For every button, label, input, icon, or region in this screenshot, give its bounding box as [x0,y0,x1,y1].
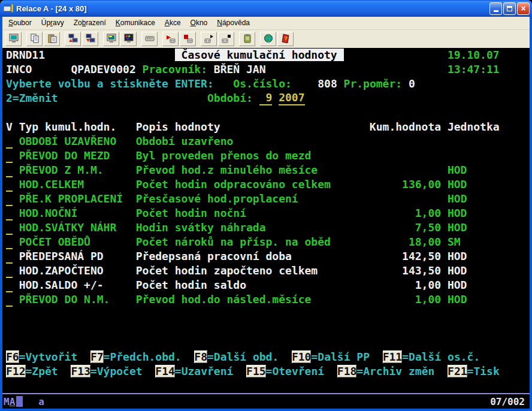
period-month-field[interactable]: 9 [259,91,273,105]
option-field[interactable] [6,220,13,235]
option-field[interactable] [6,177,13,192]
oia-left-indicators: MA a [2,396,44,407]
terminal-row: INCO QPADEV0002 Pracovník: BŘEŇ JAN 13:4… [6,62,530,77]
record-macro-button[interactable] [162,32,179,46]
fkey-f21[interactable]: F21 [448,365,467,377]
svg-text:?: ? [284,35,288,41]
session-button[interactable] [5,32,22,46]
terminal-row: PŘEDEPSANÁ PD Předepsaná pracovní doba 1… [6,249,530,264]
option-field[interactable] [6,264,13,278]
menu-item-soubor[interactable]: Soubor [4,17,37,29]
terminal-text: 13:47:11 [448,63,500,75]
terminal-text: HOD [448,221,467,234]
terminal-text: HOD [448,250,467,262]
title-bar[interactable]: Relace A - [24 x 80] × [0,0,532,17]
terminal-row: HOD.SVÁTKY NÁHR Hodin svátky náhrada 7,5… [6,220,530,235]
menu-item-akce[interactable]: Akce [160,17,186,29]
copy-icon [30,34,40,45]
fkey-f8[interactable]: F8 [194,350,207,363]
terminal-row: HOD.ZAPOČTENO Počet hodin započteno celk… [6,264,530,278]
fkey-f11[interactable]: F11 [383,350,403,363]
stop-macro-button[interactable] [180,32,196,46]
terminal-text: QPADEV0002 [71,63,135,75]
fkey-f12[interactable]: F12 [6,365,26,377]
minimize-button[interactable] [489,2,502,15]
option-field[interactable] [6,163,13,177]
play-macro-button[interactable] [201,32,217,46]
terminal-row: PŘEVOD DO N.M. Převod hod.do násled.měsí… [6,292,530,307]
clipboard-button[interactable] [239,32,255,46]
fkey-f13[interactable]: F13 [71,365,90,377]
fkey-f15[interactable]: F15 [246,365,266,377]
option-field[interactable] [6,292,13,307]
record-macro-icon [166,34,176,45]
display-setup-icon [107,34,116,45]
color-setup-button[interactable] [120,32,137,46]
terminal-text: HOD.SALDO +/- Počet hodin saldo [19,279,246,291]
terminal-text: INCO [6,63,32,75]
terminal-text: =Další PP [311,350,370,363]
terminal-row: OBDOBÍ UZAVŘENO Období uzavřeno [6,134,530,149]
option-field[interactable] [6,249,13,264]
period-year-field[interactable]: 2007 [279,91,304,105]
terminal-text: =Otevření [266,365,325,377]
terminal-text: HOD.NOČNÍ Počet hodin noční [19,207,246,219]
receive-screen-button[interactable] [82,32,98,46]
paste-button[interactable] [44,32,60,46]
terminal-text: 1,00 [395,293,441,306]
terminal-row [6,321,530,336]
terminal-text: Období: [207,92,253,104]
terminal-screen[interactable]: DRND11 Časové kumulační hodnoty 19.10.07… [2,48,530,393]
globe-button[interactable] [260,32,276,46]
maximize-icon [507,6,512,11]
menu-item-okno[interactable]: Okno [186,17,213,29]
option-field[interactable] [6,278,13,292]
terminal-text: HOD [448,207,467,219]
send-screen-button[interactable] [65,32,81,46]
terminal-text: =Výpočet [90,365,143,377]
option-field[interactable] [6,206,13,220]
terminal-text: HOD [448,178,467,191]
fkey-f6[interactable]: F6 [6,350,19,363]
option-field[interactable] [6,235,13,249]
terminal-text: PŘEVOD Z M.M. Převod hod.z minulého měsí… [19,164,318,176]
app-icon [4,4,13,13]
terminal-text: =Zpět [26,365,58,377]
keyboard-setup-button[interactable] [141,32,158,46]
send-screen-icon [68,34,78,45]
terminal-text [395,192,441,205]
fkey-f7[interactable]: F7 [90,350,104,363]
fkey-f10[interactable]: F10 [292,350,312,363]
fkey-f18[interactable]: F18 [337,365,357,377]
maximize-button[interactable] [503,2,516,15]
terminal-text: Os.číslo: [233,77,292,90]
terminal-text: HOD [448,279,467,291]
menu-item-komunikace[interactable]: Komunikace [111,17,160,29]
terminal-text: HOD [448,264,467,277]
quit-macro-button[interactable] [218,32,234,46]
terminal-text: 136,00 [395,178,441,191]
option-field[interactable] [6,134,13,149]
option-field[interactable] [6,192,13,206]
terminal-text: DRND11 [6,49,45,61]
globe-icon [264,34,273,45]
terminal-text: Vyberte volbu a stiskněte ENTER: [6,77,214,90]
menu-item-upravy[interactable]: Úpravy [37,17,69,29]
copy-button[interactable] [26,32,43,46]
terminal-text: =Další obd. [207,350,279,363]
terminal-text: BŘEŇ JAN [214,63,266,75]
terminal-row: V Typ kumul.hodn. Popis hodnoty Kum.hodn… [6,120,530,134]
help-button[interactable]: ? [277,32,294,46]
menu-item-zobrazeni[interactable]: Zobrazení [69,17,111,29]
display-setup-button[interactable] [103,32,119,46]
quit-macro-icon [222,34,231,45]
terminal-text: 18,00 [395,235,441,248]
fkey-f14[interactable]: F14 [155,365,175,377]
window-controls: × [489,2,530,15]
menu-bar: SouborÚpravyZobrazeníKomunikaceAkceOknoN… [2,17,530,30]
help-icon: ? [281,34,291,45]
option-field[interactable] [6,149,13,163]
close-button[interactable]: × [517,2,530,15]
terminal-text: HOD.CELKEM Počet hodin odpracováno celke… [19,178,331,191]
menu-item-napoveda[interactable]: Nápověda [212,17,255,29]
